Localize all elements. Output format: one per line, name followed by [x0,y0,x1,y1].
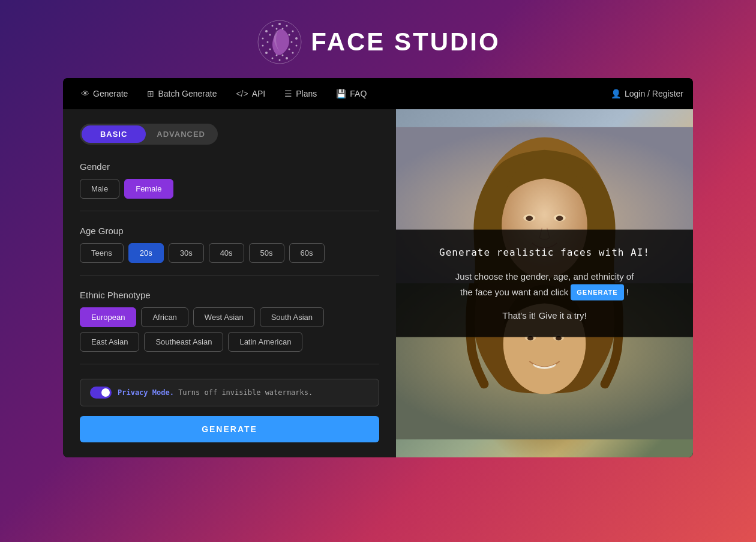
gender-section: Gender Male Female [80,161,379,211]
svg-point-12 [262,38,264,40]
svg-point-19 [282,55,284,56]
svg-point-10 [265,52,268,54]
age-50s[interactable]: 50s [249,243,284,263]
generate-button[interactable]: GENERATE [80,416,379,442]
nav-plans-label: Plans [296,89,317,98]
user-icon: 👤 [611,89,621,98]
nav-generate-label: Generate [93,89,128,98]
age-40s[interactable]: 40s [209,243,244,263]
age-60s[interactable]: 60s [289,243,325,263]
privacy-row: Privacy Mode. Turns off invisible waterm… [80,379,379,406]
nav-api-label: API [252,89,266,98]
right-panel: Generate realistic faces with AI! Just c… [396,109,693,457]
svg-point-11 [262,45,264,47]
generate-inline-btn: GENERATE [571,285,623,301]
svg-point-21 [269,49,271,50]
age-30s[interactable]: 30s [169,243,204,263]
svg-point-13 [265,30,268,32]
svg-point-22 [267,41,269,43]
svg-point-1 [278,23,281,25]
overlay-panel: Generate realistic faces with AI! Just c… [396,230,693,337]
tab-advanced[interactable]: ADVANCED [146,125,216,143]
overlay-desc-part1: Just choose the gender, age, and ethnici… [455,271,634,282]
svg-point-7 [286,57,288,59]
ethnicity-west-asian[interactable]: West Asian [193,307,255,327]
svg-point-23 [269,34,271,36]
gender-female[interactable]: Female [124,179,173,199]
logo-icon [256,18,304,66]
header: FACE STUDIO [0,0,756,78]
navbar: 👁 Generate ⊞ Batch Generate </> API ☰ Pl… [63,78,693,109]
nav-faq-label: FAQ [350,89,367,98]
svg-point-3 [292,31,294,32]
svg-point-16 [289,34,290,36]
ethnicity-east-asian[interactable]: East Asian [80,332,139,352]
svg-point-31 [556,216,563,221]
age-teens[interactable]: Teens [80,243,124,263]
nav-item-plans[interactable]: ☰ Plans [276,84,325,103]
app-card: 👁 Generate ⊞ Batch Generate </> API ☰ Pl… [63,78,693,457]
ethnic-phenotype-section: Ethnic Phenotype European African West A… [80,290,379,364]
age-20s[interactable]: 20s [128,243,164,263]
nav-item-batch-generate[interactable]: ⊞ Batch Generate [139,84,225,103]
privacy-text-rest: Turns off invisible watermarks. [174,388,313,397]
age-group-options: Teens 20s 30s 40s 50s 60s [80,243,379,263]
logo-text: FACE STUDIO [311,28,500,56]
overlay-desc: Just choose the gender, age, and ethnici… [414,269,675,301]
nav-item-generate[interactable]: 👁 Generate [73,84,136,103]
svg-point-6 [292,52,294,54]
svg-point-8 [279,59,281,61]
list-icon: ☰ [284,89,292,98]
nav-item-faq[interactable]: 💾 FAQ [328,84,375,103]
svg-point-30 [526,216,533,221]
ethnicity-african[interactable]: African [141,307,188,327]
svg-point-2 [286,25,288,27]
privacy-toggle[interactable] [90,387,112,399]
gender-options: Male Female [80,179,379,199]
nav-batch-label: Batch Generate [158,89,217,98]
svg-point-24 [276,28,278,30]
code-icon: </> [236,89,248,98]
ethnic-phenotype-label: Ethnic Phenotype [80,290,379,300]
svg-point-18 [289,49,290,50]
logo-container: FACE STUDIO [256,18,500,66]
left-panel: BASIC ADVANCED Gender Male Female Age Gr… [63,109,396,457]
save-icon: 💾 [336,89,346,98]
svg-point-4 [295,37,298,40]
content-area: BASIC ADVANCED Gender Male Female Age Gr… [63,109,693,457]
age-group-section: Age Group Teens 20s 30s 40s 50s 60s [80,226,379,276]
gender-label: Gender [80,161,379,172]
ethnicity-southeast-asian[interactable]: Southeast Asian [144,332,223,352]
layers-icon: ⊞ [147,89,154,98]
ethnicity-south-asian[interactable]: South Asian [260,307,324,327]
login-label: Login / Register [625,89,683,98]
overlay-cta: That's it! Give it a try! [414,310,675,320]
overlay-desc-part2: the face you want and click [460,286,568,297]
nav-item-api[interactable]: </> API [227,84,274,103]
face-images: Generate realistic faces with AI! Just c… [396,109,693,457]
tab-switcher: BASIC ADVANCED [80,124,218,145]
eye-icon: 👁 [81,89,89,98]
overlay-title: Generate realistic faces with AI! [414,247,675,258]
svg-point-9 [272,58,274,59]
tab-basic[interactable]: BASIC [82,125,146,143]
gender-male[interactable]: Male [80,179,119,199]
ethnicity-latin-american[interactable]: Latin American [228,332,302,352]
svg-point-17 [291,41,293,43]
age-group-label: Age Group [80,226,379,236]
svg-point-5 [296,45,298,47]
overlay-desc-part3: ! [626,286,629,297]
ethnicity-european[interactable]: European [80,307,136,327]
privacy-text: Privacy Mode. Turns off invisible waterm… [118,388,313,397]
login-button[interactable]: 👤 Login / Register [611,89,683,98]
privacy-text-strong: Privacy Mode. [118,388,174,397]
svg-point-14 [272,25,274,27]
ethnic-phenotype-options: European African West Asian South Asian … [80,307,379,352]
